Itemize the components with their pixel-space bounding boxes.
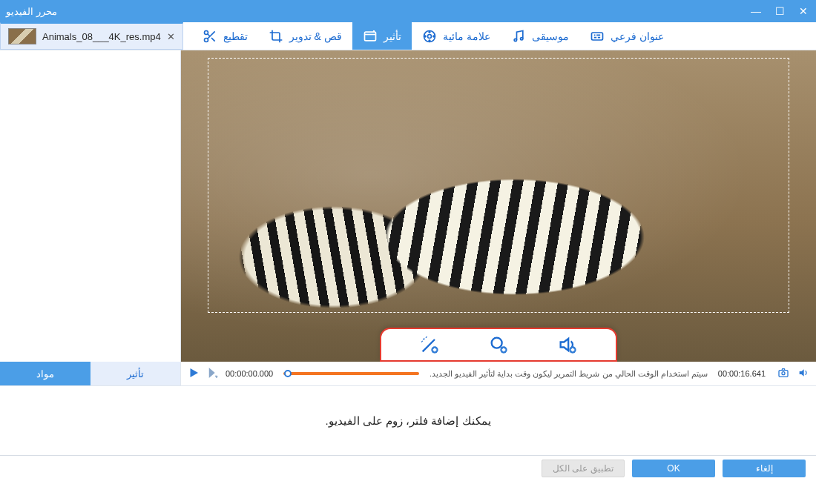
step-button[interactable] xyxy=(206,366,220,381)
tab-trim[interactable]: تقطيع xyxy=(192,22,258,50)
description-area: يمكنك إضافة فلتر، زوم على الفيديو. xyxy=(0,385,816,455)
selection-box[interactable] xyxy=(208,58,789,313)
effect-icon xyxy=(363,29,378,44)
add-volume-button[interactable] xyxy=(557,334,578,355)
close-button[interactable]: ✕ xyxy=(797,5,810,17)
side-tabs: مواد تأثير xyxy=(0,362,180,385)
minimize-button[interactable]: — xyxy=(749,5,763,17)
svg-rect-2 xyxy=(364,32,375,41)
cancel-button[interactable]: إلغاء xyxy=(723,460,806,477)
tab-effect[interactable]: تأثير xyxy=(352,22,412,50)
playback-bar: 00:00:00.000 سيتم استخدام الوقت الحالي م… xyxy=(181,362,816,385)
time-current: 00:00:00.000 xyxy=(226,369,273,378)
snapshot-button[interactable] xyxy=(776,367,791,380)
video-preview[interactable] xyxy=(181,50,816,362)
tab-crop-rotate[interactable]: قص & تدوير xyxy=(258,22,352,50)
add-zoom-button[interactable] xyxy=(488,334,509,355)
toolbar: Animals_08___4K_res.mp4 ✕ تقطيع قص & تدو… xyxy=(0,22,816,50)
svg-rect-11 xyxy=(591,33,602,40)
preview-area: 00:00:00.000 سيتم استخدام الوقت الحالي م… xyxy=(181,50,816,385)
svg-point-9 xyxy=(514,39,516,41)
tab-subtitle[interactable]: عنوان فرعي xyxy=(579,22,674,50)
timeline-slider[interactable] xyxy=(283,372,419,375)
description-text: يمكنك إضافة فلتر، زوم على الفيديو. xyxy=(326,414,491,428)
add-filter-button[interactable] xyxy=(419,334,440,355)
svg-point-8 xyxy=(433,36,435,37)
svg-point-4 xyxy=(427,34,431,38)
volume-button[interactable] xyxy=(797,367,810,380)
svg-point-10 xyxy=(520,37,522,39)
timeline-knob[interactable] xyxy=(284,370,292,377)
timeline-hint: سيتم استخدام الوقت الحالي من شريط التمري… xyxy=(430,369,708,379)
window-title: محرر الفيديو xyxy=(6,6,57,17)
file-thumb-icon xyxy=(8,28,36,44)
apply-all-button: تطبيق على الكل xyxy=(542,460,625,477)
svg-point-0 xyxy=(204,30,208,34)
tab-music[interactable]: موسيقى xyxy=(501,22,579,50)
file-tab[interactable]: Animals_08___4K_res.mp4 ✕ xyxy=(0,22,183,50)
side-tab-materials[interactable]: مواد xyxy=(0,362,91,385)
crop-icon xyxy=(269,29,283,44)
ok-button[interactable]: OK xyxy=(632,460,715,477)
svg-point-17 xyxy=(782,372,785,375)
subtitle-icon xyxy=(590,29,605,44)
watermark-icon xyxy=(422,29,437,44)
svg-point-1 xyxy=(204,38,208,42)
scissors-icon xyxy=(203,29,217,44)
side-tab-effects[interactable]: تأثير xyxy=(91,362,181,385)
svg-rect-16 xyxy=(779,371,788,377)
music-icon xyxy=(511,29,526,44)
tab-watermark[interactable]: علامة مائية xyxy=(412,22,501,50)
play-button[interactable] xyxy=(187,366,200,381)
svg-point-5 xyxy=(429,31,430,33)
time-total: 00:00:16.641 xyxy=(718,369,766,378)
tool-tabs: تقطيع قص & تدوير تأثير علامة مائية موسيق xyxy=(192,22,816,50)
svg-point-6 xyxy=(429,40,430,42)
workspace: مواد تأثير xyxy=(0,50,816,385)
sidebar: مواد تأثير xyxy=(0,50,181,385)
file-name: Animals_08___4K_res.mp4 xyxy=(42,31,161,42)
svg-point-13 xyxy=(492,338,502,348)
window-controls: — ☐ ✕ xyxy=(749,5,810,17)
footer: تطبيق على الكل OK إلغاء xyxy=(0,455,816,480)
close-file-icon[interactable]: ✕ xyxy=(167,31,175,42)
maximize-button[interactable]: ☐ xyxy=(773,5,786,17)
title-bar: محرر الفيديو — ☐ ✕ xyxy=(0,0,816,22)
svg-point-7 xyxy=(424,36,426,37)
effect-float-toolbar xyxy=(380,328,617,362)
